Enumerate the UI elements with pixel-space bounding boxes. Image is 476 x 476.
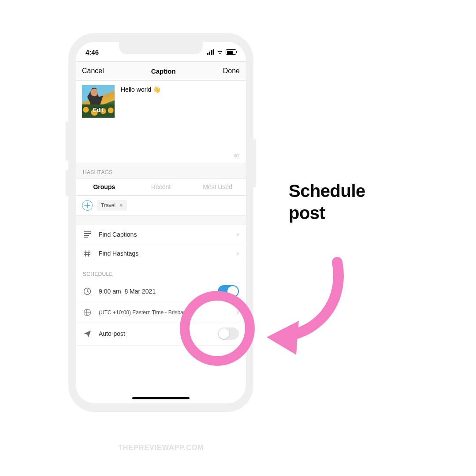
caption-input[interactable]: Hello world 👋 <box>121 85 160 149</box>
phone-mockup: 4:46 Cancel Caption Done Edit Hello worl… <box>68 33 253 412</box>
hashtag-chip-row: Travel ✕ <box>76 196 246 216</box>
hashtag-tabs: Groups Recent Most Used <box>76 178 246 196</box>
cancel-button[interactable]: Cancel <box>82 67 104 75</box>
find-captions-row[interactable]: Find Captions › <box>76 225 246 244</box>
status-icons <box>207 49 237 55</box>
tab-recent[interactable]: Recent <box>133 178 190 195</box>
list-icon <box>83 231 92 238</box>
schedule-time-row[interactable]: 9:00 am 8 Mar 2021 <box>76 280 246 303</box>
annotation-arrow-icon <box>251 247 357 361</box>
schedule-time-value: 9:00 am <box>99 288 121 295</box>
phone-notch <box>119 42 203 54</box>
thumbnail-edit-label: Edit <box>82 107 115 113</box>
timezone-row[interactable]: (UTC +10:00) Eastern Time - Brisbane › <box>76 303 246 322</box>
timezone-label: (UTC +10:00) Eastern Time - Brisbane <box>99 309 230 316</box>
section-spacer <box>76 216 246 225</box>
schedule-toggle[interactable] <box>218 285 239 298</box>
chevron-right-icon: › <box>237 231 239 238</box>
annotation-line2: post <box>289 202 365 224</box>
watermark: THEPREVIEWAPP.COM <box>118 444 204 452</box>
char-counter: 30 <box>76 151 246 163</box>
clock-icon <box>83 287 92 295</box>
caption-editor: Edit Hello world 👋 <box>76 81 246 151</box>
chip-label: Travel <box>101 202 115 208</box>
find-hashtags-label: Find Hashtags <box>99 250 230 257</box>
schedule-datetime-label: 9:00 am 8 Mar 2021 <box>99 288 211 295</box>
schedule-section-label: SCHEDULE <box>76 263 246 280</box>
find-hashtags-row[interactable]: Find Hashtags › <box>76 244 246 263</box>
status-time: 4:46 <box>86 48 99 56</box>
cellular-icon <box>207 49 215 55</box>
chevron-right-icon: › <box>237 249 239 257</box>
wifi-icon <box>216 49 223 55</box>
annotation-text: Schedule post <box>289 180 365 224</box>
battery-icon <box>226 49 236 55</box>
tab-groups[interactable]: Groups <box>76 178 133 195</box>
nav-bar: Cancel Caption Done <box>76 61 246 81</box>
hashtag-chip-travel[interactable]: Travel ✕ <box>97 200 127 211</box>
autopost-row[interactable]: Auto-post <box>76 322 246 346</box>
schedule-date-value: 8 Mar 2021 <box>124 288 156 295</box>
find-captions-label: Find Captions <box>99 231 230 238</box>
tab-most-used[interactable]: Most Used <box>189 178 246 195</box>
globe-icon <box>83 309 92 316</box>
autopost-label: Auto-post <box>99 330 211 337</box>
chevron-right-icon: › <box>237 309 239 316</box>
page-title: Caption <box>151 67 176 75</box>
send-icon <box>83 330 92 337</box>
home-indicator <box>132 397 190 399</box>
add-hashtag-group-button[interactable] <box>82 200 93 211</box>
done-button[interactable]: Done <box>223 67 240 75</box>
plus-icon <box>84 202 90 208</box>
post-thumbnail[interactable]: Edit <box>82 85 115 118</box>
autopost-toggle[interactable] <box>218 327 239 340</box>
hashtags-section-label: HASHTAGS <box>76 163 246 178</box>
phone-screen: 4:46 Cancel Caption Done Edit Hello worl… <box>76 42 246 403</box>
annotation-line1: Schedule <box>289 180 365 202</box>
chip-remove-icon[interactable]: ✕ <box>119 203 123 208</box>
hashtag-icon <box>83 250 92 257</box>
